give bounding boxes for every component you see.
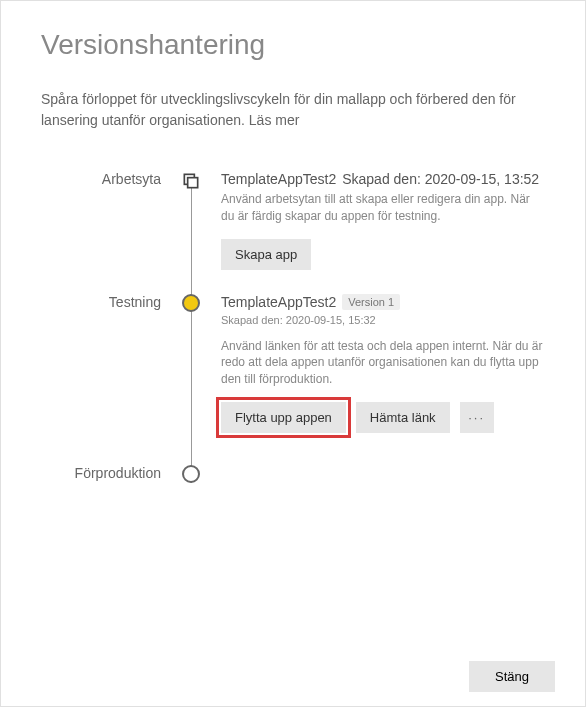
timeline: Arbetsyta TemplateAppTest2 Skapad den: 2… [41,171,545,483]
get-link-button[interactable]: Hämta länk [356,402,450,433]
learn-more-link[interactable]: Läs mer [249,112,300,128]
stage-workspace-label: Arbetsyta [41,171,161,270]
stage-testing-label: Testning [41,294,161,433]
promote-app-button[interactable]: Flytta upp appen [221,402,346,433]
page-title: Versionshantering [41,29,545,61]
node-preprod-empty [182,465,200,483]
create-app-button[interactable]: Skapa app [221,239,311,270]
node-testing-active [182,294,200,312]
close-button[interactable]: Stäng [469,661,555,692]
more-actions-button[interactable]: ··· [460,402,494,433]
copy-icon [181,171,201,191]
stage-preprod-label: Förproduktion [41,465,161,483]
version-badge: Version 1 [342,294,400,310]
workspace-description: Använd arbetsytan till att skapa eller r… [221,191,545,225]
workspace-created: Skapad den: 2020-09-15, 13:52 [342,171,539,187]
stage-workspace: Arbetsyta TemplateAppTest2 Skapad den: 2… [41,171,545,270]
testing-app-name: TemplateAppTest2 [221,294,336,310]
intro-paragraph: Spåra förloppet för utvecklingslivscykel… [41,89,545,131]
testing-created: Skapad den: 2020-09-15, 15:32 [221,314,545,326]
stage-testing: Testning TemplateAppTest2 Version 1 Skap… [41,294,545,433]
stage-preprod: Förproduktion [41,465,545,483]
testing-description: Använd länken för att testa och dela app… [221,338,545,388]
workspace-app-name: TemplateAppTest2 [221,171,336,187]
svg-rect-1 [188,178,198,188]
